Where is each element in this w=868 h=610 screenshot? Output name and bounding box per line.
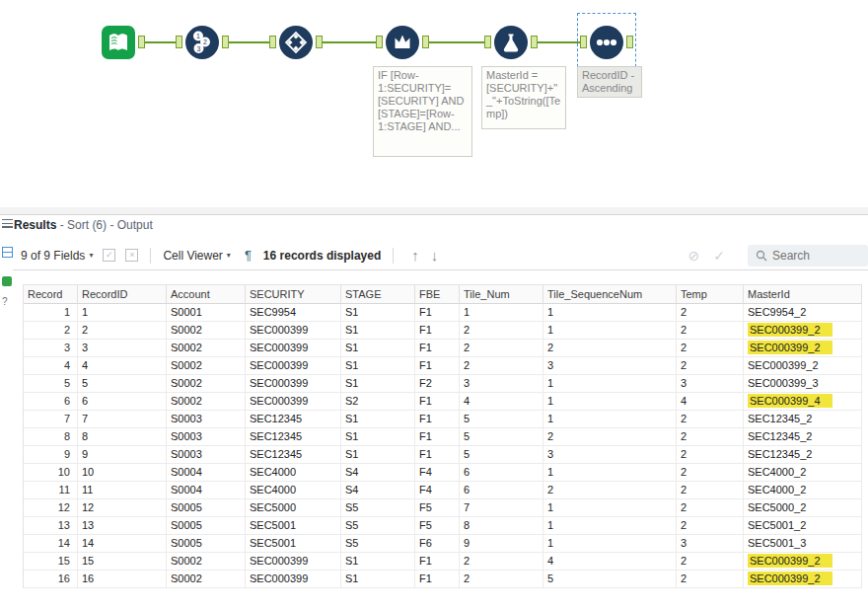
cell[interactable]: 2	[677, 464, 744, 482]
cell[interactable]: 5	[460, 428, 543, 446]
cell[interactable]: S1	[341, 322, 415, 340]
cell[interactable]: 4	[78, 357, 167, 375]
column-header-stage[interactable]: STAGE	[341, 284, 415, 304]
column-header-tile_num[interactable]: Tile_Num	[460, 284, 543, 304]
cell[interactable]: SEC000399	[246, 340, 341, 357]
cell[interactable]: 3	[78, 340, 167, 357]
cell[interactable]: SEC12345	[246, 428, 341, 446]
cell[interactable]: SEC12345_2	[744, 411, 862, 428]
whitespace-toggle-icon[interactable]: ¶	[245, 248, 252, 263]
multi-row-formula-tool[interactable]	[386, 26, 419, 59]
cell[interactable]: F5	[415, 517, 460, 535]
cell[interactable]: F1	[415, 340, 460, 357]
output-anchor[interactable]	[626, 36, 633, 48]
cell[interactable]: 1	[543, 375, 677, 393]
cell[interactable]: 2	[460, 571, 543, 588]
cell[interactable]: 4	[677, 393, 744, 411]
cell[interactable]: SEC9954_2	[744, 304, 862, 322]
cell[interactable]: SEC000399	[246, 375, 341, 393]
cell[interactable]: 1	[24, 304, 78, 322]
cell[interactable]: 3	[460, 375, 543, 393]
input-anchor[interactable]	[580, 36, 587, 48]
formula-tool[interactable]	[494, 26, 528, 59]
cell[interactable]: 10	[78, 464, 167, 482]
cell[interactable]: SEC5000	[246, 499, 341, 517]
cell[interactable]: 1	[543, 464, 677, 482]
cell[interactable]: 2	[460, 340, 543, 357]
cell[interactable]: F1	[415, 411, 460, 428]
cell[interactable]: F1	[415, 553, 460, 571]
cell[interactable]: F1	[415, 357, 460, 375]
output-anchor[interactable]	[222, 36, 229, 48]
tool-annotation[interactable]: IF [Row-1:SECURITY]=[SECURITY] AND [STAG…	[373, 66, 472, 157]
up-arrow-icon[interactable]: ↑	[411, 247, 419, 264]
search-box[interactable]	[748, 245, 868, 267]
cell[interactable]: 8	[78, 428, 167, 446]
column-header-account[interactable]: Account	[167, 284, 246, 304]
cell[interactable]: 1	[78, 304, 167, 322]
cell[interactable]: SEC000399_3	[744, 375, 862, 393]
cell[interactable]: F5	[415, 499, 460, 517]
cell[interactable]: 2	[677, 428, 744, 446]
cell[interactable]: SEC5001_2	[744, 517, 862, 535]
cell[interactable]: S0002	[167, 340, 246, 357]
input-anchor[interactable]	[484, 36, 491, 48]
cell[interactable]: 7	[24, 411, 78, 428]
cell[interactable]: SEC5001	[246, 535, 341, 553]
cell[interactable]: 2	[677, 553, 744, 571]
cell[interactable]: 1	[543, 499, 677, 517]
cell[interactable]: 1	[543, 304, 677, 322]
cell[interactable]: 7	[460, 499, 543, 517]
cell[interactable]: SEC000399	[246, 571, 341, 588]
cell[interactable]: S0003	[167, 411, 246, 428]
cell[interactable]: 2	[543, 482, 677, 499]
column-header-recordid[interactable]: RecordID	[78, 284, 167, 304]
cell[interactable]: 2	[24, 322, 78, 340]
menu-icon[interactable]	[2, 219, 13, 228]
input-data-tool[interactable]	[102, 26, 135, 59]
cell[interactable]: 2	[677, 499, 744, 517]
help-icon[interactable]: ?	[2, 296, 8, 307]
cell[interactable]: 9	[78, 446, 167, 464]
cell[interactable]: S0002	[167, 571, 246, 588]
cell[interactable]: 2	[677, 446, 744, 464]
cell[interactable]: 1	[543, 393, 677, 411]
cell[interactable]: 2	[460, 322, 543, 340]
cell[interactable]: SEC12345_2	[744, 428, 862, 446]
cell[interactable]: 9	[460, 535, 543, 553]
cell[interactable]: S0005	[167, 499, 246, 517]
cell[interactable]: 3	[677, 535, 744, 553]
tile-tool[interactable]	[279, 26, 313, 59]
cell[interactable]: F1	[415, 322, 460, 340]
cell[interactable]: SEC5001_3	[744, 535, 862, 553]
cell[interactable]: 2	[677, 357, 744, 375]
deselect-all-icon[interactable]: ×	[125, 249, 138, 262]
cell[interactable]: 1	[543, 411, 677, 428]
cell[interactable]: SEC4000_2	[744, 482, 862, 499]
cell[interactable]: 3	[543, 357, 677, 375]
cell[interactable]: 8	[460, 517, 543, 535]
cell[interactable]: S5	[341, 499, 415, 517]
sort-tool[interactable]	[590, 26, 623, 59]
cell[interactable]: 1	[543, 322, 677, 340]
down-arrow-icon[interactable]: ↓	[431, 247, 439, 264]
tool-panel-icon[interactable]	[2, 276, 12, 286]
cell[interactable]: SEC9954	[246, 304, 341, 322]
cell[interactable]: F1	[415, 446, 460, 464]
cell[interactable]: 1	[543, 517, 677, 535]
search-input[interactable]	[772, 249, 856, 263]
cell[interactable]: S2	[341, 393, 415, 411]
cell[interactable]: SEC12345	[246, 446, 341, 464]
workflow-canvas[interactable]: 123IF [Row-1:SECURITY]=[SECURITY] AND [S…	[0, 0, 868, 207]
cell[interactable]: F6	[415, 535, 460, 553]
cell[interactable]: SEC000399_4	[744, 393, 862, 411]
fields-dropdown[interactable]: 9 of 9 Fields ▾	[21, 249, 93, 263]
cell[interactable]: SEC5001	[246, 517, 341, 535]
cell[interactable]: SEC000399	[246, 393, 341, 411]
cell[interactable]: 5	[543, 571, 677, 588]
cell[interactable]: 1	[460, 304, 543, 322]
cell[interactable]: SEC000399_2	[744, 340, 862, 357]
cell[interactable]: SEC12345	[246, 411, 341, 428]
cell[interactable]: 15	[78, 553, 167, 571]
cell[interactable]: 6	[24, 393, 78, 411]
